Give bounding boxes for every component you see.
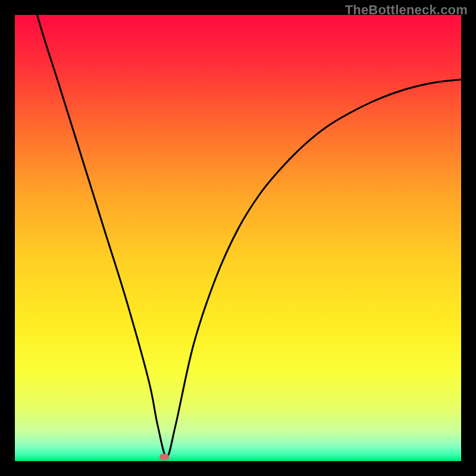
plot-area: [15, 15, 461, 461]
chart-frame: TheBottleneck.com: [0, 0, 476, 476]
gradient-background: [15, 15, 461, 461]
minimum-marker: [159, 453, 169, 460]
plot-svg: [15, 15, 461, 461]
